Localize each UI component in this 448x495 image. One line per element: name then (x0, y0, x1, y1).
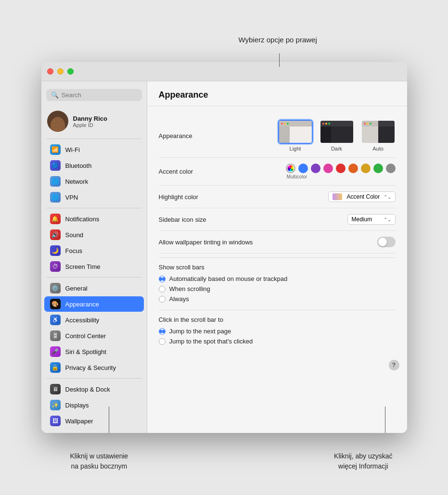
sidebar-item-vpn[interactable]: 🌐 VPN (44, 190, 144, 205)
sidebar-label-wifi: Wi-Fi (65, 146, 80, 153)
tooltip-line-bottom-right (385, 406, 385, 433)
sidebar-label-privacy: Privacy & Security (65, 364, 116, 371)
accent-color-purple[interactable] (311, 164, 320, 173)
wallpaper-tinting-control (377, 237, 396, 247)
sidebar-item-network[interactable]: 🌐 Network (44, 174, 144, 189)
accent-color-orange[interactable] (348, 164, 358, 173)
privacy-icon: 🔒 (50, 362, 61, 373)
sidebar-item-privacy[interactable]: 🔒 Privacy & Security (44, 360, 144, 375)
close-button[interactable] (47, 68, 53, 75)
controlcenter-icon: 🎛 (50, 330, 61, 341)
search-bar[interactable]: 🔍 (46, 89, 142, 101)
sidebar-label-screentime: Screen Time (65, 263, 101, 270)
sidebar-label-wallpaper: Wallpaper (65, 418, 93, 425)
section-divider-2 (159, 310, 396, 310)
sidebar-label-accessibility: Accessibility (65, 317, 100, 324)
appearance-options: Light (278, 120, 396, 152)
sidebar-label-displays: Displays (65, 402, 89, 409)
sidebar-item-desktop[interactable]: 🖥 Desktop & Dock (44, 381, 144, 397)
sidebar-item-screentime[interactable]: ⏱ Screen Time (44, 259, 144, 274)
sidebar-item-sound[interactable]: 🔊 Sound (44, 227, 144, 242)
scrollbars-auto-option[interactable]: Automatically based on mouse or trackpad (159, 274, 396, 284)
light-label: Light (290, 146, 301, 152)
sidebar-label-siri: Siri & Spotlight (65, 348, 106, 355)
scrollbars-always-label: Always (169, 295, 189, 303)
dark-label: Dark (331, 146, 342, 152)
scrollbars-always-option[interactable]: Always (159, 294, 396, 304)
outer-wrapper: Wybierz opcje po prawej 🔍 (41, 62, 407, 433)
sidebar-item-appearance[interactable]: 🎨 Appearance (44, 296, 144, 312)
sidebar-label-desktop: Desktop & Dock (65, 386, 110, 393)
appearance-option-dark[interactable]: Dark (320, 120, 354, 152)
tooltip-bottom-left: Kliknij w ustawieniena pasku bocznym (70, 451, 128, 471)
maximize-button[interactable] (67, 68, 74, 75)
window: 🔍 Danny Rico Apple ID (41, 62, 407, 433)
wallpaper-tinting-toggle[interactable] (377, 237, 396, 247)
sidebar-item-wifi[interactable]: 📶 Wi-Fi (44, 142, 144, 157)
accent-color-green[interactable] (373, 164, 383, 173)
scrollbars-auto-label: Automatically based on mouse or trackpad (169, 275, 288, 282)
sidebar-divider-4 (46, 378, 142, 379)
highlight-color-control: Accent Color ⌃⌄ (328, 191, 396, 202)
accent-color-yellow[interactable] (361, 164, 371, 173)
help-button[interactable]: ? (389, 360, 399, 370)
titlebar (41, 62, 407, 81)
sidebar-item-wallpaper[interactable]: 🖼 Wallpaper (44, 413, 144, 429)
minimize-button[interactable] (57, 68, 64, 75)
settings-section: Appearance (147, 106, 407, 356)
dark-thumb (320, 120, 354, 144)
appearance-option-auto[interactable]: Auto (361, 120, 396, 152)
sidebar-item-bluetooth[interactable]: 🔵 Bluetooth (44, 158, 144, 173)
click-nextpage-label: Jump to the next page (169, 328, 231, 335)
sidebar-item-controlcenter[interactable]: 🎛 Control Center (44, 328, 144, 343)
highlight-color-dropdown[interactable]: Accent Color ⌃⌄ (328, 191, 396, 202)
scrollbars-auto-radio[interactable] (159, 276, 166, 282)
user-section[interactable]: Danny Rico Apple ID (41, 107, 147, 136)
click-nextpage-option[interactable]: Jump to the next page (159, 326, 396, 336)
click-spot-label: Jump to the spot that's clicked (169, 338, 253, 345)
highlight-color-value: Accent Color (347, 193, 381, 200)
sidebar-item-focus[interactable]: 🌙 Focus (44, 243, 144, 258)
sidebar-item-general[interactable]: ⚙️ General (44, 280, 144, 296)
appearance-setting-row: Appearance (159, 114, 396, 158)
light-thumb (278, 120, 313, 144)
sidebar: 🔍 Danny Rico Apple ID (41, 81, 147, 433)
tooltip-top: Wybierz opcje po prawej (239, 36, 317, 44)
sidebar-item-displays[interactable]: ✨ Displays (44, 397, 144, 413)
auto-thumb (361, 120, 396, 144)
appearance-option-light[interactable]: Light (278, 120, 313, 152)
click-spot-option[interactable]: Jump to the spot that's clicked (159, 336, 396, 346)
sidebar-icon-size-control: Medium ⌃⌄ (347, 214, 396, 225)
bluetooth-icon: 🔵 (50, 160, 61, 171)
sidebar-item-notifications[interactable]: 🔔 Notifications (44, 211, 144, 227)
sidebar-size-arrow: ⌃⌄ (384, 217, 391, 222)
accent-color-options (286, 164, 396, 173)
vpn-icon: 🌐 (50, 192, 61, 203)
sidebar-label-vpn: VPN (65, 194, 78, 201)
accent-color-control: Multicolor (286, 164, 396, 179)
click-nextpage-radio[interactable] (159, 328, 166, 335)
page-title: Appearance (159, 90, 208, 100)
general-icon: ⚙️ (50, 283, 61, 293)
scrollbars-scrolling-radio[interactable] (159, 286, 166, 292)
scrollbars-scrolling-option[interactable]: When scrolling (159, 284, 396, 294)
sidebar-label-general: General (65, 285, 88, 292)
sidebar-icon-size-label: Sidebar icon size (159, 216, 236, 223)
accent-color-graphite[interactable] (386, 164, 396, 173)
main-header: Appearance (147, 81, 407, 106)
accessibility-icon: ♿ (50, 315, 61, 325)
sidebar-icon-size-dropdown[interactable]: Medium ⌃⌄ (347, 214, 396, 225)
search-input[interactable] (62, 91, 137, 99)
accent-color-multicolor[interactable] (286, 164, 295, 173)
main-footer: ? (147, 356, 407, 374)
sidebar-item-accessibility[interactable]: ♿ Accessibility (44, 312, 144, 328)
accent-color-blue[interactable] (298, 164, 308, 173)
multicolor-label: Multicolor (287, 174, 307, 179)
scrollbars-always-radio[interactable] (159, 296, 166, 303)
accent-color-pink[interactable] (323, 164, 333, 173)
sidebar-item-siri[interactable]: 🎤 Siri & Spotlight (44, 344, 144, 359)
section-divider-1 (159, 257, 396, 258)
click-spot-radio[interactable] (159, 338, 166, 345)
accent-color-red[interactable] (336, 164, 346, 173)
appearance-label: Appearance (159, 132, 236, 140)
